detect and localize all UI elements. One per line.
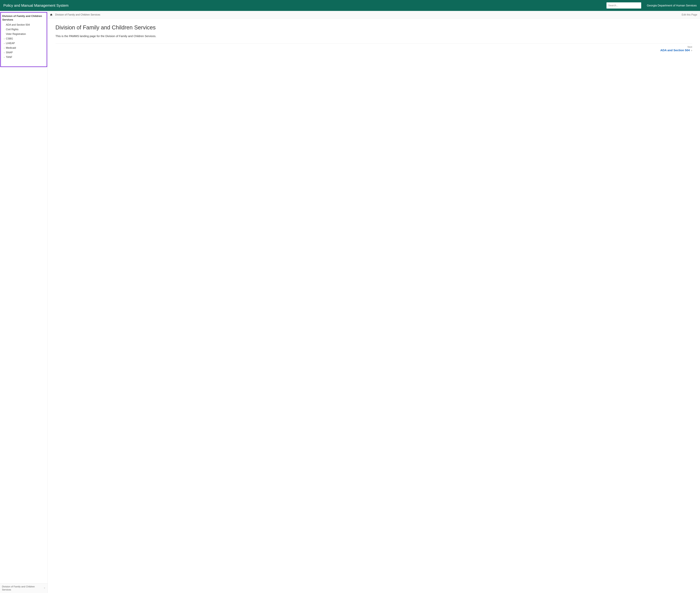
breadcrumb-current[interactable]: Division of Family and Children Services (55, 13, 100, 16)
next-link-label: ADA and Section 504 (660, 48, 690, 52)
sidebar-item[interactable]: Civil Rights (3, 27, 45, 32)
sidebar-item[interactable]: ▸Medicaid (3, 46, 45, 50)
page-title: Division of Family and Children Services (56, 24, 692, 31)
caret-right-icon: ▸ (3, 52, 5, 53)
sidebar-version-selector[interactable]: Division of Family and Children Services (0, 583, 47, 593)
sidebar-item-label: Civil Rights (6, 28, 19, 31)
caret-right-icon: ▸ (3, 56, 5, 58)
content: Division of Family and Children Services… (48, 19, 700, 593)
site-title[interactable]: Policy and Manual Management System (3, 3, 69, 8)
caret-right-icon: ▸ (3, 42, 5, 44)
sidebar-highlight-annotation: Division of Family and Children Services… (0, 12, 47, 67)
org-link[interactable]: Georgia Department of Human Services (647, 4, 697, 7)
sidebar-item-label: LIHEAP (6, 42, 15, 45)
sidebar-item[interactable]: ▸SNAP (3, 50, 45, 55)
sidebar-item[interactable]: Voter Registration (3, 32, 45, 36)
sidebar-item[interactable]: ▸TANF (3, 55, 45, 60)
sidebar-item[interactable]: ▸CSBG (3, 36, 45, 41)
chevron-right-icon: › (691, 48, 692, 52)
sidebar-item[interactable]: ▸LIHEAP (3, 41, 45, 46)
search-input[interactable] (606, 2, 641, 8)
home-icon[interactable] (49, 13, 53, 17)
main: Division of Family and Children Services… (48, 11, 700, 593)
toolbar: Division of Family and Children Services… (48, 11, 700, 19)
sidebar-heading[interactable]: Division of Family and Children Services (2, 14, 45, 23)
sidebar-footer-label: Division of Family and Children Services (2, 585, 38, 591)
edit-page-link[interactable]: Edit this Page (681, 13, 697, 16)
app-body: Division of Family and Children Services… (0, 11, 700, 593)
sidebar-item[interactable]: ADA and Section 504 (3, 23, 45, 27)
sidebar-item-label: SNAP (6, 51, 13, 54)
sidebar-item-label: Medicaid (6, 46, 16, 49)
sidebar-list: ADA and Section 504Civil RightsVoter Reg… (2, 23, 45, 60)
page-body: This is the PAMMS landing page for the D… (56, 35, 692, 38)
caret-right-icon: ▸ (3, 38, 5, 40)
next-page-link[interactable]: Next ADA and Section 504 › (660, 46, 692, 52)
chevron-down-icon (43, 587, 45, 590)
sidebar-item-label: ADA and Section 504 (6, 24, 30, 26)
page-nav: Next ADA and Section 504 › (56, 46, 692, 52)
sidebar-item-label: Voter Registration (6, 33, 26, 36)
sidebar-item-label: CSBG (6, 37, 13, 40)
sidebar-item-label: TANF (6, 56, 12, 58)
caret-right-icon: ▸ (3, 47, 5, 49)
search-wrapper (606, 2, 641, 8)
sidebar: Division of Family and Children Services… (0, 11, 48, 593)
next-link-row: ADA and Section 504 › (660, 48, 692, 52)
app-header: Policy and Manual Management System Geor… (0, 0, 700, 11)
sidebar-nav: Division of Family and Children Services… (0, 11, 47, 583)
next-hint: Next (660, 46, 692, 48)
